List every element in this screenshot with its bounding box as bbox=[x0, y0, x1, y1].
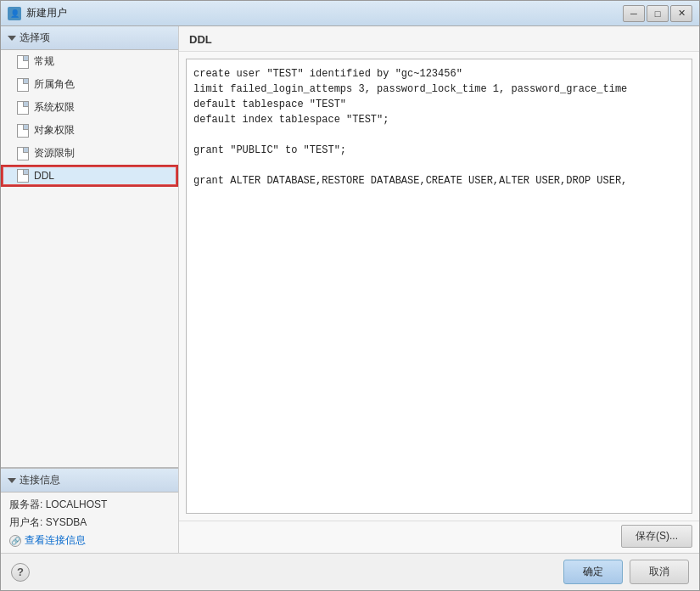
user-label: 用户名: bbox=[9, 516, 42, 528]
roles-icon bbox=[16, 78, 30, 92]
sidebar-items-list: 常规 所属角色 系统权限 bbox=[1, 50, 178, 467]
ddl-editor[interactable] bbox=[187, 59, 692, 513]
user-value: SYSDBA bbox=[46, 516, 87, 528]
sysprivs-icon bbox=[16, 101, 30, 115]
footer-buttons: 确定 取消 bbox=[563, 560, 689, 584]
ddl-icon bbox=[16, 169, 30, 183]
objprivs-icon bbox=[16, 124, 30, 138]
sidebar-item-roles[interactable]: 所属角色 bbox=[1, 73, 178, 96]
sidebar-item-general[interactable]: 常规 bbox=[1, 50, 178, 73]
close-button[interactable]: ✕ bbox=[670, 5, 692, 22]
sysprivs-label: 系统权限 bbox=[34, 100, 75, 115]
ddl-label: DDL bbox=[34, 170, 54, 182]
sidebar-item-sysprivs[interactable]: 系统权限 bbox=[1, 96, 178, 119]
sidebar-section-header: 选择项 bbox=[1, 26, 178, 50]
maximize-button[interactable]: □ bbox=[647, 5, 669, 22]
sidebar-item-ddl[interactable]: DDL bbox=[1, 165, 178, 187]
save-button[interactable]: 保存(S)... bbox=[621, 525, 692, 548]
main-window: 👤 新建用户 ─ □ ✕ 选择项 常规 bbox=[0, 0, 700, 591]
confirm-button[interactable]: 确定 bbox=[563, 560, 623, 584]
sidebar-section-title-text: 选择项 bbox=[20, 31, 50, 45]
connection-title-text: 连接信息 bbox=[20, 473, 60, 487]
panel-title: DDL bbox=[179, 26, 699, 52]
sidebar-item-objprivs[interactable]: 对象权限 bbox=[1, 119, 178, 142]
title-bar-buttons: ─ □ ✕ bbox=[623, 5, 692, 22]
server-value: LOCALHOST bbox=[46, 498, 108, 510]
general-label: 常规 bbox=[34, 54, 54, 69]
help-button[interactable]: ? bbox=[11, 563, 30, 582]
link-icon: 🔗 bbox=[9, 535, 21, 547]
save-button-row: 保存(S)... bbox=[179, 521, 699, 553]
minimize-button[interactable]: ─ bbox=[623, 5, 645, 22]
sidebar: 选择项 常规 所属角色 bbox=[1, 26, 179, 553]
collapse-icon bbox=[8, 36, 16, 41]
user-row: 用户名: SYSDBA bbox=[9, 515, 170, 530]
connection-section: 连接信息 服务器: LOCALHOST 用户名: SYSDBA 🔗 查看连接信息 bbox=[1, 467, 178, 553]
connection-collapse-icon bbox=[8, 478, 16, 483]
objprivs-label: 对象权限 bbox=[34, 123, 75, 138]
window-title: 新建用户 bbox=[26, 6, 623, 20]
footer: ? 确定 取消 bbox=[1, 553, 699, 590]
quota-icon bbox=[16, 147, 30, 160]
window-icon: 👤 bbox=[8, 7, 21, 20]
connection-section-header: 连接信息 bbox=[1, 468, 178, 492]
sidebar-item-quota[interactable]: 资源限制 bbox=[1, 142, 178, 165]
general-icon bbox=[16, 55, 30, 69]
roles-label: 所属角色 bbox=[34, 77, 75, 92]
connection-info-panel: 服务器: LOCALHOST 用户名: SYSDBA 🔗 查看连接信息 bbox=[1, 492, 178, 553]
main-content: 选择项 常规 所属角色 bbox=[1, 26, 699, 553]
title-bar: 👤 新建用户 ─ □ ✕ bbox=[1, 1, 699, 26]
view-connection-link[interactable]: 🔗 查看连接信息 bbox=[9, 533, 170, 548]
cancel-button[interactable]: 取消 bbox=[630, 560, 689, 584]
quota-label: 资源限制 bbox=[34, 146, 75, 160]
right-panel: DDL 保存(S)... bbox=[179, 26, 699, 553]
ddl-editor-container bbox=[186, 59, 692, 514]
server-label: 服务器: bbox=[9, 498, 42, 510]
server-row: 服务器: LOCALHOST bbox=[9, 498, 170, 512]
view-link-text: 查看连接信息 bbox=[25, 533, 86, 548]
